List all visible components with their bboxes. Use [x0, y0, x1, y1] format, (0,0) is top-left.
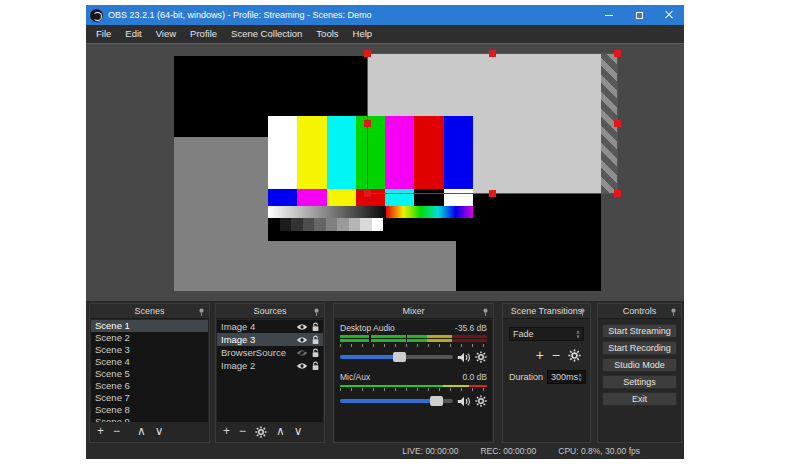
- visibility-eye-icon[interactable]: [296, 336, 308, 344]
- add-scene-button[interactable]: +: [97, 422, 104, 441]
- source-list-item[interactable]: Image 2: [217, 359, 323, 372]
- studio-mode-button[interactable]: Studio Mode: [602, 358, 677, 372]
- pin-icon[interactable]: [670, 308, 677, 316]
- start-recording-button[interactable]: Start Recording: [602, 341, 677, 355]
- maximize-button[interactable]: [624, 5, 654, 25]
- duration-spinner-icons[interactable]: ∧∨: [578, 373, 582, 381]
- source-list-item[interactable]: Image 3: [217, 333, 323, 346]
- channel-settings-gear-icon[interactable]: [475, 351, 487, 363]
- sources-toolbar: + − ∧ ∨: [217, 422, 323, 441]
- menu-profile[interactable]: Profile: [183, 25, 224, 43]
- mic-aux-volume-slider[interactable]: [340, 399, 453, 403]
- scene-transitions-panel: Scene Transitions Fade ∧∨ + − Duration 3…: [502, 303, 591, 443]
- menu-view[interactable]: View: [149, 25, 183, 43]
- visibility-eye-off-icon[interactable]: [296, 349, 308, 357]
- transition-select[interactable]: Fade ∧∨: [509, 327, 584, 341]
- mixer-channel-db: -35.6 dB: [455, 323, 487, 333]
- pin-icon[interactable]: [198, 308, 205, 316]
- pin-icon[interactable]: [313, 308, 320, 316]
- add-transition-button[interactable]: +: [536, 347, 544, 363]
- scene-down-button[interactable]: ∨: [155, 422, 164, 441]
- visibility-eye-icon[interactable]: [296, 323, 308, 331]
- minimize-icon: [605, 15, 613, 16]
- selection-handle-bottomright[interactable]: [614, 190, 621, 197]
- scene-list-item[interactable]: Scene 7: [91, 392, 208, 404]
- pin-icon[interactable]: [482, 308, 489, 316]
- menu-scene-collection[interactable]: Scene Collection: [224, 25, 309, 43]
- source-properties-gear-icon[interactable]: [255, 426, 267, 438]
- settings-button[interactable]: Settings: [602, 375, 677, 389]
- add-source-button[interactable]: +: [223, 422, 230, 441]
- selection-handle-bottomcenter[interactable]: [489, 190, 496, 197]
- desktop-audio-meter: [340, 335, 487, 343]
- scene-list-item[interactable]: Scene 8: [91, 404, 208, 416]
- preview-canvas[interactable]: [86, 43, 684, 301]
- close-icon: [665, 11, 673, 19]
- slider-knob[interactable]: [430, 396, 443, 406]
- lock-icon[interactable]: [311, 322, 320, 332]
- remove-source-button[interactable]: −: [239, 422, 246, 441]
- sources-list[interactable]: Image 4 Image 3 BrowserSource: [217, 320, 323, 423]
- lock-icon[interactable]: [311, 335, 320, 345]
- scenes-toolbar: + − ∧ ∨: [91, 422, 208, 441]
- desktop-audio-volume-slider[interactable]: [340, 355, 453, 359]
- grayscale-gradient-strip: [268, 206, 386, 218]
- window-title: OBS 23.2.1 (64-bit, windows) - Profile: …: [108, 10, 372, 20]
- scene-list-item[interactable]: Scene 4: [91, 356, 208, 368]
- maximize-icon: [636, 12, 643, 19]
- source-selection-box[interactable]: [367, 53, 618, 194]
- lock-icon[interactable]: [311, 348, 320, 358]
- meter-tick-scale: [340, 388, 487, 391]
- scene-up-button[interactable]: ∧: [137, 422, 146, 441]
- source-up-button[interactable]: ∧: [276, 422, 285, 441]
- speaker-icon[interactable]: [457, 396, 471, 407]
- controls-panel-title: Controls: [623, 306, 657, 316]
- start-streaming-button[interactable]: Start Streaming: [602, 324, 677, 338]
- docks-area: Scenes Scene 1 Scene 2 Scene 3 Scene 4 S…: [86, 301, 684, 443]
- meter-tick-scale: [340, 344, 487, 347]
- scene-list-item[interactable]: Scene 5: [91, 368, 208, 380]
- selection-handle-topright[interactable]: [614, 50, 621, 57]
- channel-settings-gear-icon[interactable]: [475, 395, 487, 407]
- selection-handle-topcenter[interactable]: [489, 50, 496, 57]
- selection-handle-midright[interactable]: [614, 120, 621, 127]
- transition-properties-gear-icon[interactable]: [568, 349, 581, 362]
- remove-transition-button[interactable]: −: [552, 347, 560, 363]
- combo-spinner-icons[interactable]: ∧∨: [576, 330, 580, 338]
- scenes-list[interactable]: Scene 1 Scene 2 Scene 3 Scene 4 Scene 5 …: [91, 320, 208, 423]
- exit-button[interactable]: Exit: [602, 392, 677, 406]
- selection-handle-topleft[interactable]: [364, 50, 371, 57]
- scenes-panel-title: Scenes: [134, 306, 164, 316]
- source-down-button[interactable]: ∨: [294, 422, 303, 441]
- source-list-item[interactable]: Image 4: [217, 320, 323, 333]
- minimize-button[interactable]: [594, 5, 624, 25]
- transitions-body: Fade ∧∨ + − Duration 300ms ∧∨: [504, 320, 589, 441]
- speaker-icon[interactable]: [457, 352, 471, 363]
- scene-list-item[interactable]: Scene 2: [91, 332, 208, 344]
- pin-icon[interactable]: [579, 308, 586, 316]
- menu-help[interactable]: Help: [346, 25, 380, 43]
- remove-scene-button[interactable]: −: [113, 422, 120, 441]
- scene-list-item[interactable]: Scene 1: [91, 320, 208, 332]
- scene-list-item[interactable]: Scene 3: [91, 344, 208, 356]
- source-list-item[interactable]: BrowserSource: [217, 346, 323, 359]
- mixer-channel-name: Desktop Audio: [340, 323, 395, 333]
- grayscale-step-strip: [268, 218, 383, 231]
- menu-file[interactable]: File: [89, 25, 118, 43]
- visibility-eye-icon[interactable]: [296, 362, 308, 370]
- selection-handle-bottomleft[interactable]: [364, 190, 371, 197]
- menubar: File Edit View Profile Scene Collection …: [86, 25, 684, 43]
- duration-spinbox[interactable]: 300ms ∧∨: [547, 370, 586, 384]
- mic-aux-meter: [340, 385, 487, 387]
- selection-handle-midleft[interactable]: [364, 120, 371, 127]
- close-button[interactable]: [654, 5, 684, 25]
- rainbow-gradient-strip: [386, 206, 473, 218]
- slider-knob[interactable]: [393, 352, 406, 362]
- menu-tools[interactable]: Tools: [309, 25, 345, 43]
- mixer-channel-name: Mic/Aux: [340, 372, 370, 382]
- scene-black-rect-bottomright[interactable]: [456, 194, 601, 291]
- scene-list-item[interactable]: Scene 6: [91, 380, 208, 392]
- menu-edit[interactable]: Edit: [118, 25, 148, 43]
- lock-icon[interactable]: [311, 361, 320, 371]
- sources-panel-title: Sources: [253, 306, 286, 316]
